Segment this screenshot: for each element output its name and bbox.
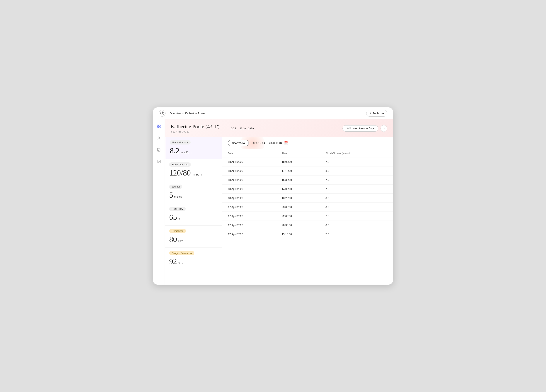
date-range-text: 2020-12-04 — 2020-18-04 xyxy=(252,142,282,145)
metric-badge-heart-rate: Heart Rate xyxy=(169,229,186,233)
metric-card-oxygen-saturation[interactable]: Oxygen Saturation92%↑ xyxy=(165,248,222,270)
metric-badge-oxygen-saturation: Oxygen Saturation xyxy=(169,251,194,255)
cell-value: 7.2 xyxy=(319,158,393,166)
table-controls: Chart view 2020-12-04 — 2020-18-04 📅 xyxy=(222,137,393,149)
table-body: 18 April 202018:00:007.218 April 202017:… xyxy=(222,158,393,239)
back-chevron-icon: ‹ xyxy=(168,112,169,115)
table-header: Date Time Blood Glucose (mmol/l) xyxy=(222,149,393,158)
svg-rect-3 xyxy=(159,125,160,126)
cell-time: 23:00:00 xyxy=(276,203,319,212)
patient-dob: DOB: 23 Jun 1979 xyxy=(231,127,254,130)
metric-card-heart-rate[interactable]: Heart Rate80bpm↑ xyxy=(165,226,222,248)
table-row: 17 April 202020:30:008.3 xyxy=(222,221,393,230)
more-options-button[interactable]: ··· xyxy=(381,125,387,132)
metric-trend-blood-pressure: ↑ xyxy=(201,173,202,176)
metric-value-row-peak-flow: 65% xyxy=(169,213,217,222)
cell-value: 7.3 xyxy=(319,230,393,239)
cell-time: 20:30:00 xyxy=(276,221,319,230)
top-bar-left: ‹ Overview of Katherine Poole xyxy=(159,110,205,117)
svg-rect-4 xyxy=(157,126,158,128)
cell-time: 18:00:00 xyxy=(276,158,319,166)
back-link[interactable]: ‹ Overview of Katherine Poole xyxy=(168,112,205,115)
cell-time: 14:00:00 xyxy=(276,184,319,194)
metric-big-val-heart-rate: 80 xyxy=(169,235,177,244)
cell-value: 7.9 xyxy=(319,176,393,184)
user-pill[interactable]: K. Poole ⋯ xyxy=(366,110,387,117)
metric-unit-peak-flow: % xyxy=(178,217,180,220)
date-range: 2020-12-04 — 2020-18-04 📅 xyxy=(252,141,288,145)
cell-value: 8.7 xyxy=(319,203,393,212)
cell-time: 13:20:00 xyxy=(276,194,319,203)
user-pill-label: K. Poole xyxy=(370,112,379,115)
cell-value: 7.8 xyxy=(319,184,393,194)
calendar-icon[interactable]: 📅 xyxy=(284,141,288,145)
svg-point-0 xyxy=(161,112,164,115)
cell-value: 8.3 xyxy=(319,221,393,230)
chart-view-button[interactable]: Chart view xyxy=(228,140,249,146)
user-pill-dots-icon: ⋯ xyxy=(381,111,384,115)
cell-time: 19:10:00 xyxy=(276,230,319,239)
sidebar xyxy=(153,119,165,285)
cell-value: 8.3 xyxy=(319,166,393,176)
sidebar-item-person[interactable] xyxy=(156,135,162,141)
table-row: 18 April 202013:20:008.0 xyxy=(222,194,393,203)
table-panel: Chart view 2020-12-04 — 2020-18-04 📅 Dat… xyxy=(222,137,393,285)
cell-date: 17 April 2020 xyxy=(222,212,276,221)
metric-unit-journal: entries xyxy=(174,195,182,198)
cell-date: 18 April 2020 xyxy=(222,158,276,166)
metrics-panel: Blood Glucose8.2mmol/L↑Blood Pressure120… xyxy=(165,137,222,285)
metric-value-row-blood-pressure: 120/80mmHg↑ xyxy=(169,169,217,177)
sidebar-item-gallery[interactable] xyxy=(156,158,162,165)
table-row: 18 April 202017:12:008.3 xyxy=(222,166,393,176)
metric-unit-blood-pressure: mmHg xyxy=(192,173,200,176)
metric-unit-blood-glucose: mmol/L xyxy=(181,151,189,154)
metric-value-row-oxygen-saturation: 92%↑ xyxy=(169,257,217,266)
metric-badge-journal: Journal xyxy=(169,184,182,189)
cell-date: 17 April 2020 xyxy=(222,221,276,230)
metric-card-journal[interactable]: Journal5entries xyxy=(165,181,222,203)
svg-point-6 xyxy=(158,137,159,138)
cell-value: 8.0 xyxy=(319,194,393,203)
metric-big-val-peak-flow: 65 xyxy=(169,213,177,222)
svg-point-1 xyxy=(162,112,163,114)
patient-name: Katherine Poole (43, F) xyxy=(171,124,219,130)
table-row: 17 April 202019:10:007.3 xyxy=(222,230,393,239)
dob-label: DOB: xyxy=(231,127,237,130)
sidebar-item-notes[interactable] xyxy=(156,146,162,153)
metric-big-val-blood-pressure: 120/80 xyxy=(169,169,191,177)
metric-big-val-oxygen-saturation: 92 xyxy=(169,257,177,266)
data-table-wrapper: Date Time Blood Glucose (mmol/l) 18 Apri… xyxy=(222,149,393,285)
metric-card-blood-glucose[interactable]: Blood Glucose8.2mmol/L↑ xyxy=(165,137,222,159)
table-row: 18 April 202018:00:007.2 xyxy=(222,158,393,166)
metric-big-val-blood-glucose: 8.2 xyxy=(170,146,180,155)
app-container: ‹ Overview of Katherine Poole K. Poole ⋯ xyxy=(153,107,393,285)
cell-date: 18 April 2020 xyxy=(222,176,276,184)
metric-value-row-heart-rate: 80bpm↑ xyxy=(169,235,217,244)
data-table: Date Time Blood Glucose (mmol/l) 18 Apri… xyxy=(222,149,393,239)
table-row: 17 April 202023:00:008.7 xyxy=(222,203,393,212)
col-header-time: Time xyxy=(276,149,319,158)
cell-value: 7.5 xyxy=(319,212,393,221)
patient-area: Katherine Poole (43, F) # 123 456 789 10… xyxy=(165,119,393,285)
metric-card-blood-pressure[interactable]: Blood Pressure120/80mmHg↑ xyxy=(165,159,222,181)
metric-card-peak-flow[interactable]: Peak Flow65% xyxy=(165,203,222,226)
data-area: Blood Glucose8.2mmol/L↑Blood Pressure120… xyxy=(165,137,393,285)
patient-info: Katherine Poole (43, F) # 123 456 789 10 xyxy=(171,124,219,133)
add-note-button[interactable]: Add note / Resolve flags xyxy=(342,125,378,132)
svg-rect-2 xyxy=(157,125,158,126)
svg-point-12 xyxy=(158,161,158,161)
dob-value: 23 Jun 1979 xyxy=(240,127,254,130)
metric-trend-oxygen-saturation: ↑ xyxy=(182,262,183,265)
cell-time: 22:00:00 xyxy=(276,212,319,221)
sidebar-item-activity[interactable] xyxy=(156,123,162,130)
top-bar-right: K. Poole ⋯ xyxy=(366,110,387,117)
metric-badge-blood-glucose: Blood Glucose xyxy=(170,140,191,145)
app-logo-icon xyxy=(159,110,165,117)
cell-date: 17 April 2020 xyxy=(222,203,276,212)
col-header-date: Date xyxy=(222,149,276,158)
metric-trend-blood-glucose: ↑ xyxy=(190,151,192,154)
col-header-value: Blood Glucose (mmol/l) xyxy=(319,149,393,158)
patient-header-actions: Add note / Resolve flags ··· xyxy=(342,125,387,132)
table-row: 18 April 202015:33:007.9 xyxy=(222,176,393,184)
main-content: Katherine Poole (43, F) # 123 456 789 10… xyxy=(153,119,393,285)
